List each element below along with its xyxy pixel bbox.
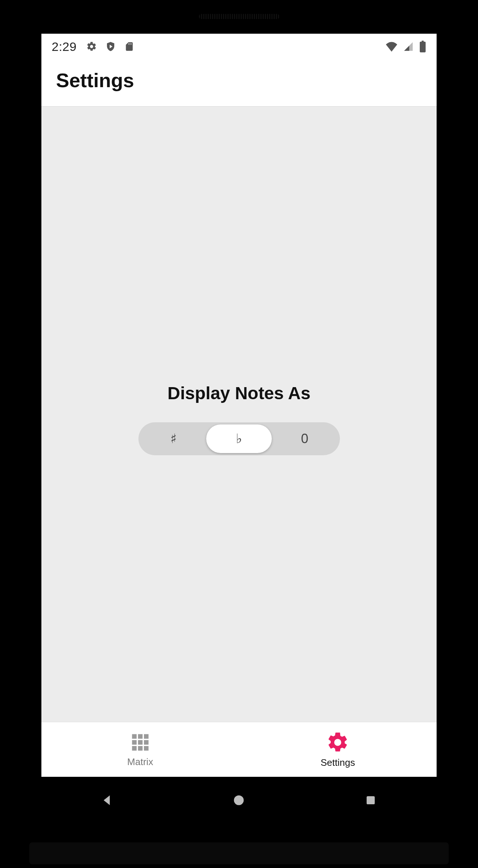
frame-bottom-strip: [29, 842, 449, 864]
nav-tab-settings[interactable]: Settings: [239, 722, 437, 777]
status-time: 2:29: [52, 40, 77, 54]
settings-content: Display Notes As ♯ ♭ 0: [41, 116, 437, 722]
seg-option-flat[interactable]: ♭: [206, 424, 272, 453]
display-notes-heading: Display Notes As: [167, 383, 310, 403]
svg-rect-4: [138, 740, 143, 745]
bottom-nav: Matrix Settings: [41, 722, 437, 777]
seg-option-sharp[interactable]: ♯: [141, 424, 206, 453]
status-bar: 2:29: [41, 34, 437, 59]
gear-icon: [86, 41, 97, 52]
nav-tab-matrix[interactable]: Matrix: [41, 722, 239, 777]
svg-rect-2: [144, 734, 149, 739]
phone-frame: 2:29: [0, 0, 478, 868]
svg-rect-8: [144, 746, 149, 751]
svg-rect-3: [132, 740, 137, 745]
svg-rect-10: [367, 796, 375, 804]
seg-option-sharp-label: ♯: [170, 431, 177, 446]
status-right-icons: [385, 41, 426, 52]
nav-label-matrix: Matrix: [127, 756, 153, 768]
seg-option-number[interactable]: 0: [272, 424, 337, 453]
svg-rect-0: [132, 734, 137, 739]
system-home-button[interactable]: [230, 792, 247, 809]
play-shield-icon: [105, 41, 116, 52]
cellular-signal-icon: [403, 41, 414, 52]
svg-rect-1: [138, 734, 143, 739]
status-left-icons: [86, 41, 134, 52]
svg-rect-7: [138, 746, 143, 751]
page-title: Settings: [56, 69, 422, 92]
app-header: Settings: [41, 59, 437, 107]
system-recents-button[interactable]: [362, 792, 379, 809]
battery-icon: [419, 41, 426, 52]
svg-rect-5: [144, 740, 149, 745]
svg-point-9: [234, 795, 244, 805]
svg-rect-6: [132, 746, 137, 751]
nav-label-settings: Settings: [320, 757, 355, 768]
sd-card-icon: [124, 41, 134, 52]
system-back-button[interactable]: [99, 792, 116, 809]
grid-icon: [129, 731, 151, 753]
gear-icon: [326, 731, 349, 754]
phone-speaker: [199, 14, 279, 19]
device-screen: 2:29: [41, 34, 437, 777]
note-display-segmented-control[interactable]: ♯ ♭ 0: [138, 422, 340, 455]
seg-option-number-label: 0: [301, 431, 308, 446]
wifi-icon: [385, 41, 398, 52]
seg-option-flat-label: ♭: [236, 431, 242, 446]
android-system-nav: [41, 778, 437, 822]
